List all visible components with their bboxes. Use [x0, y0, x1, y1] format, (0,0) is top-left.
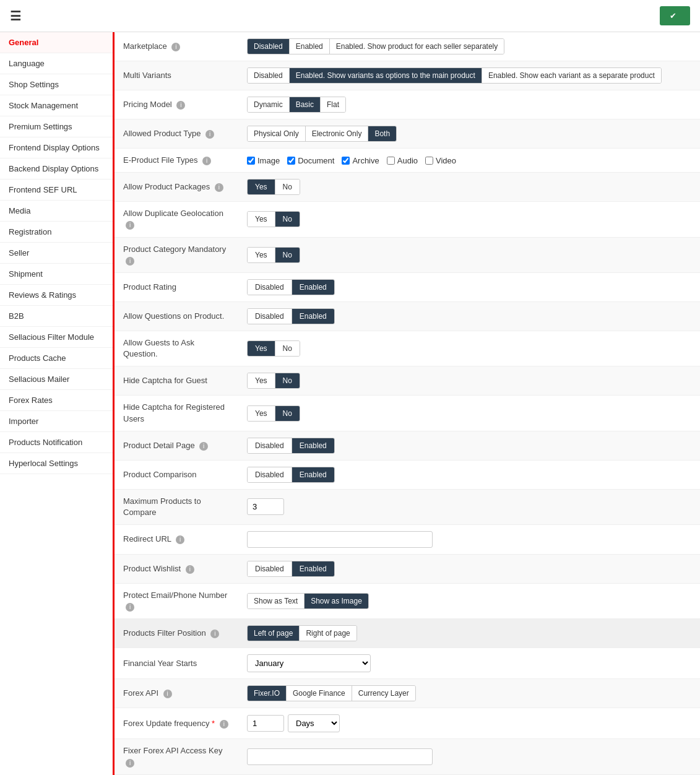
btn-group-protect-email-phone-number: Show as TextShow as Image [247, 593, 369, 609]
toggle-allow-questions-on-product-enabled[interactable]: Enabled [292, 309, 334, 324]
toggle-allow-product-packages-yes[interactable]: Yes [248, 180, 275, 194]
btn-marketplace-2[interactable]: Enabled. Show product for each seller se… [330, 39, 504, 54]
btn-products-filter-position-0[interactable]: Left of page [248, 626, 300, 641]
toggle-product-wishlist-disabled[interactable]: Disabled [248, 561, 292, 576]
toggle-allow-product-packages-no[interactable]: No [275, 180, 300, 194]
input-fixer-forex-api-access-key[interactable] [247, 748, 433, 765]
btn-forex-api-0[interactable]: Fixer.IO [248, 686, 287, 701]
btn-group-allowed-product-type: Physical OnlyElectronic OnlyBoth [247, 126, 397, 142]
sidebar-item-hyperlocal-settings[interactable]: Hyperlocal Settings [0, 453, 113, 474]
checkbox-eproduct-file-types-2[interactable] [342, 157, 350, 165]
info-icon: i [186, 565, 194, 574]
checkbox-eproduct-file-types-3[interactable] [387, 157, 395, 165]
toggle-allow-guests-to-ask-question-yes[interactable]: Yes [248, 341, 275, 356]
page-title-icon: ☰ [10, 9, 21, 24]
value-pricing-model: DynamicBasicFlat [238, 90, 700, 119]
toggle-hide-captcha-for-guest-yes[interactable]: Yes [248, 373, 275, 388]
select-group-financial-year-starts: JanuaryFebruaryMarchAprilMayJuneJulyAugu… [247, 654, 691, 672]
btn-pricing-model-0[interactable]: Dynamic [248, 97, 290, 112]
sidebar-item-registration[interactable]: Registration [0, 222, 113, 243]
form-row-forex-api: Forex API iFixer.IOGoogle FinanceCurrenc… [115, 679, 700, 708]
btn-multi-variants-1[interactable]: Enabled. Show variants as options to the… [290, 68, 482, 83]
sidebar-item-products-notification[interactable]: Products Notification [0, 432, 113, 453]
toggle-hide-captcha-for-registered-users-yes[interactable]: Yes [248, 406, 275, 421]
sidebar-item-b2b[interactable]: B2B [0, 306, 113, 327]
info-icon: i [176, 101, 185, 110]
sidebar-item-premium-settings[interactable]: Premium Settings [0, 116, 113, 137]
btn-forex-api-2[interactable]: Currency Layer [352, 686, 415, 701]
select-financial-year-starts[interactable]: JanuaryFebruaryMarchAprilMayJuneJulyAugu… [247, 654, 371, 672]
btn-marketplace-1[interactable]: Enabled [290, 39, 330, 54]
label-financial-year-starts: Financial Year Starts [115, 648, 238, 679]
checkbox-label-eproduct-file-types-4[interactable]: Video [425, 156, 456, 165]
sidebar-item-sellacious-filter-module[interactable]: Sellacious Filter Module [0, 327, 113, 348]
sidebar-item-importer[interactable]: Importer [0, 411, 113, 432]
input-forex-update-frequency[interactable] [247, 715, 284, 732]
btn-allowed-product-type-2[interactable]: Both [368, 126, 396, 141]
checkbox-label-eproduct-file-types-1[interactable]: Document [287, 156, 334, 165]
btn-products-filter-position-1[interactable]: Right of page [300, 626, 356, 641]
checkbox-label-eproduct-file-types-0[interactable]: Image [247, 156, 280, 165]
sidebar-item-stock-management[interactable]: Stock Management [0, 95, 113, 116]
checkbox-label-eproduct-file-types-2[interactable]: Archive [342, 156, 379, 165]
btn-protect-email-phone-number-1[interactable]: Show as Image [305, 594, 368, 608]
form-row-allow-product-packages: Allow Product Packages iYesNo [115, 173, 700, 202]
toggle-product-category-mandatory-no[interactable]: No [275, 248, 300, 262]
sidebar-item-frontend-sef-url[interactable]: Frontend SEF URL [0, 180, 113, 201]
btn-multi-variants-0[interactable]: Disabled [248, 68, 290, 83]
sidebar-item-media[interactable]: Media [0, 201, 113, 222]
toggle-product-detail-page-disabled[interactable]: Disabled [248, 438, 292, 453]
sidebar-item-language[interactable]: Language [0, 53, 113, 74]
save-button[interactable]: ✔ [660, 6, 690, 25]
toggle-allow-questions-on-product-disabled[interactable]: Disabled [248, 309, 292, 324]
info-icon: i [202, 157, 211, 165]
form-row-multi-variants: Multi VariantsDisabledEnabled. Show vari… [115, 61, 700, 90]
toggle-hide-captcha-for-guest-no[interactable]: No [275, 373, 300, 388]
btn-allowed-product-type-1[interactable]: Electronic Only [306, 126, 369, 141]
checkbox-eproduct-file-types-0[interactable] [247, 157, 255, 165]
btn-protect-email-phone-number-0[interactable]: Show as Text [248, 594, 305, 608]
checkbox-label-eproduct-file-types-3[interactable]: Audio [387, 156, 418, 165]
toggle-hide-captcha-for-registered-users-no[interactable]: No [275, 406, 300, 421]
sidebar-item-backend-display-options[interactable]: Backend Display Options [0, 158, 113, 180]
label-allow-questions-on-product: Allow Questions on Product. [115, 301, 238, 331]
sidebar-item-frontend-display-options[interactable]: Frontend Display Options [0, 137, 113, 158]
value-allow-product-packages: YesNo [238, 173, 700, 202]
btn-marketplace-0[interactable]: Disabled [248, 39, 290, 54]
sidebar-item-sellacious-mailer[interactable]: Sellacious Mailer [0, 369, 113, 390]
sidebar-item-products-cache[interactable]: Products Cache [0, 348, 113, 369]
sidebar-item-shipment[interactable]: Shipment [0, 264, 113, 285]
toggle-product-category-mandatory-yes[interactable]: Yes [248, 248, 275, 262]
toggle-product-rating-enabled[interactable]: Enabled [292, 280, 334, 295]
toggle-product-comparison-disabled[interactable]: Disabled [248, 467, 292, 482]
sidebar-item-forex-rates[interactable]: Forex Rates [0, 390, 113, 411]
sidebar-item-general[interactable]: General [0, 32, 113, 53]
toggle-product-wishlist-enabled[interactable]: Enabled [292, 561, 334, 576]
btn-forex-api-1[interactable]: Google Finance [287, 686, 352, 701]
sidebar-item-seller[interactable]: Seller [0, 243, 113, 264]
toggle-allow-guests-to-ask-question-no[interactable]: No [275, 341, 300, 356]
input-redirect-url[interactable] [247, 531, 433, 548]
btn-allowed-product-type-0[interactable]: Physical Only [248, 126, 306, 141]
info-icon: i [205, 130, 214, 139]
select-forex-update-frequency[interactable]: DaysHoursMinutes [288, 714, 340, 732]
btn-pricing-model-2[interactable]: Flat [321, 97, 345, 112]
btn-group-multi-variants: DisabledEnabled. Show variants as option… [247, 67, 662, 84]
value-eproduct-file-types: Image Document Archive Audio Video [238, 149, 700, 173]
btn-multi-variants-2[interactable]: Enabled. Show each variant as a separate… [482, 68, 661, 83]
input-maximum-products-to-compare[interactable] [247, 498, 284, 515]
sidebar-item-shop-settings[interactable]: Shop Settings [0, 74, 113, 95]
sidebar-item-reviews-ratings[interactable]: Reviews & Ratings [0, 285, 113, 306]
btn-pricing-model-1[interactable]: Basic [290, 97, 321, 112]
label-forex-api: Forex API i [115, 679, 238, 708]
toggle-product-rating-disabled[interactable]: Disabled [248, 280, 292, 295]
checkbox-eproduct-file-types-1[interactable] [287, 157, 295, 165]
toggle-allow-duplicate-geolocation-no[interactable]: No [275, 212, 300, 227]
toggle-product-detail-page-enabled[interactable]: Enabled [292, 438, 334, 453]
toggle-product-comparison-enabled[interactable]: Enabled [292, 467, 334, 482]
checkbox-eproduct-file-types-4[interactable] [425, 157, 433, 165]
toggle-product-wishlist: DisabledEnabled [247, 561, 335, 577]
form-row-maximum-products-to-compare: Maximum Products to Compare [115, 489, 700, 524]
form-row-product-detail-page: Product Detail Page iDisabledEnabled [115, 431, 700, 460]
toggle-allow-duplicate-geolocation-yes[interactable]: Yes [248, 212, 275, 227]
